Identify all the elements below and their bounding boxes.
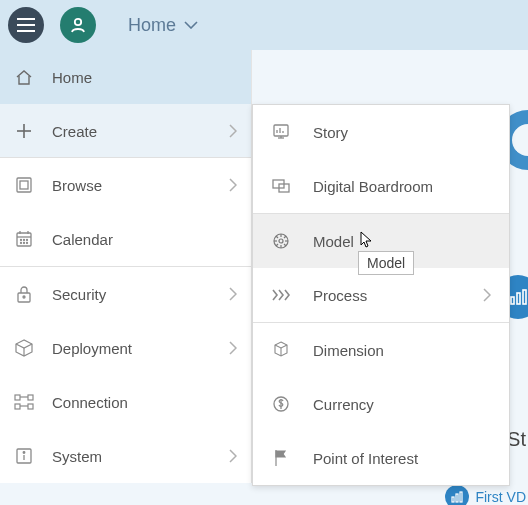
svg-rect-29 [28,404,33,409]
sidebar-item-home[interactable]: Home [0,50,251,104]
svg-rect-26 [15,395,20,400]
submenu-item-digital-boardroom[interactable]: Digital Boardroom [253,159,509,213]
sidebar-item-calendar[interactable]: Calendar [0,212,251,266]
svg-line-52 [276,244,278,246]
home-icon [14,68,34,86]
recent-item-link[interactable]: First VD [445,485,526,505]
sidebar-item-label: Calendar [52,231,113,248]
sidebar-item-label: Create [52,123,97,140]
connection-icon [14,394,34,410]
submenu-item-label: Dimension [313,342,384,359]
breadcrumb[interactable]: Home [128,15,198,36]
submenu-item-point-of-interest[interactable]: Point of Interest [253,431,509,485]
sidebar-item-label: Browse [52,177,102,194]
sidebar-item-browse[interactable]: Browse [0,158,251,212]
svg-point-18 [21,240,22,241]
chevron-right-icon [229,449,237,463]
chart-icon [445,485,469,505]
sidebar-item-connection[interactable]: Connection [0,375,251,429]
chevron-right-icon [229,124,237,138]
box-icon [14,339,34,357]
create-submenu: Story Digital Boardroom Model Process Di… [252,104,510,486]
sidebar-item-create[interactable]: Create [0,104,251,158]
chevron-right-icon [229,341,237,355]
svg-rect-6 [523,290,526,304]
svg-rect-35 [274,125,288,136]
user-icon [69,16,87,34]
sidebar-item-label: Deployment [52,340,132,357]
chevron-right-icon [229,178,237,192]
sidebar-menu: Home Create Browse Calendar Security [0,50,252,483]
sidebar-item-label: Security [52,286,106,303]
browse-icon [14,176,34,194]
svg-point-25 [23,296,25,298]
sidebar-item-deployment[interactable]: Deployment [0,321,251,375]
topbar: Home [0,0,528,50]
model-icon [271,232,291,250]
submenu-item-story[interactable]: Story [253,105,509,159]
submenu-item-currency[interactable]: Currency [253,377,509,431]
submenu-item-label: Process [313,287,367,304]
breadcrumb-label: Home [128,15,176,36]
sidebar-item-label: System [52,448,102,465]
svg-point-34 [23,452,25,454]
chevron-down-icon [184,21,198,29]
hamburger-icon [17,18,35,32]
sidebar-item-security[interactable]: Security [0,267,251,321]
plus-icon [14,123,34,139]
svg-line-49 [276,236,278,238]
submenu-item-label: Digital Boardroom [313,178,433,195]
svg-rect-4 [511,297,514,304]
currency-icon [271,395,291,413]
dimension-icon [271,341,291,359]
svg-rect-27 [28,395,33,400]
flag-icon [271,449,291,467]
process-icon [271,288,291,302]
lock-icon [14,285,34,303]
submenu-item-label: Story [313,124,348,141]
svg-point-20 [27,240,28,241]
recent-item-label: First VD [475,489,526,505]
svg-line-50 [284,244,286,246]
svg-rect-13 [20,181,28,189]
chevron-right-icon [483,288,491,302]
svg-point-43 [279,239,283,243]
sidebar-item-label: Connection [52,394,128,411]
submenu-item-label: Point of Interest [313,450,418,467]
main-menu-button[interactable] [8,7,44,43]
svg-point-23 [27,243,28,244]
svg-rect-28 [15,404,20,409]
svg-rect-5 [517,293,520,304]
submenu-item-process[interactable]: Process [253,268,509,322]
svg-point-3 [75,19,81,25]
svg-point-19 [24,240,25,241]
sidebar-item-system[interactable]: System [0,429,251,483]
chevron-right-icon [229,287,237,301]
boardroom-icon [271,177,291,195]
svg-point-22 [24,243,25,244]
svg-rect-7 [452,497,454,502]
story-icon [271,123,291,141]
chart-icon [509,288,527,306]
submenu-item-dimension[interactable]: Dimension [253,323,509,377]
tooltip: Model [358,251,414,275]
mouse-cursor-icon [358,231,376,251]
submenu-item-label: Model [313,233,354,250]
svg-point-21 [21,243,22,244]
calendar-icon [14,230,34,248]
sidebar-item-label: Home [52,69,92,86]
user-button[interactable] [60,7,96,43]
svg-rect-9 [460,492,462,502]
svg-rect-12 [17,178,31,192]
submenu-item-label: Currency [313,396,374,413]
svg-line-51 [284,236,286,238]
info-icon [14,447,34,465]
svg-rect-8 [456,494,458,502]
tooltip-text: Model [367,255,405,271]
